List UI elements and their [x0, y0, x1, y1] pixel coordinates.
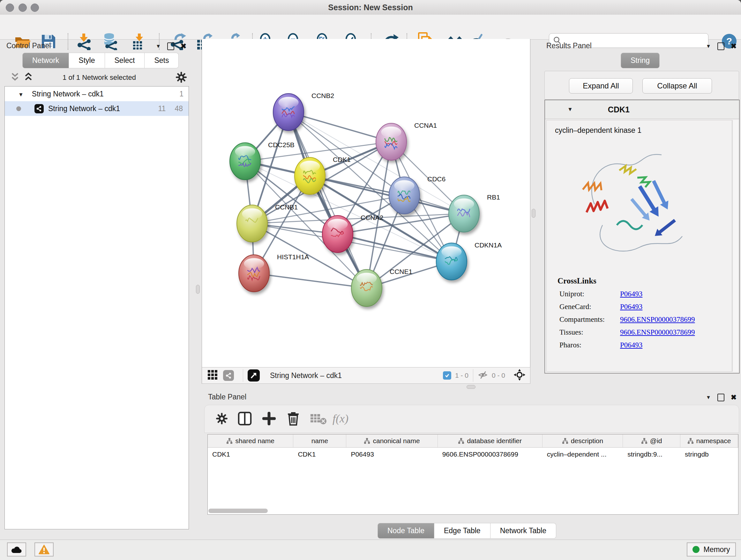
- create-column-plus-icon[interactable]: [261, 410, 277, 427]
- network-row-selected[interactable]: String Network – cdk1 11 48: [5, 101, 189, 116]
- panel-close-icon[interactable]: [181, 42, 186, 51]
- column-namespace-icon: [458, 438, 464, 444]
- warning-status-button[interactable]: [35, 543, 54, 557]
- panel-float-icon[interactable]: [167, 43, 174, 50]
- table-options-gear-icon[interactable]: [213, 410, 230, 427]
- gene-header-row[interactable]: CDK1: [545, 100, 739, 119]
- node-gloss: [394, 180, 414, 191]
- tab-select[interactable]: Select: [105, 53, 145, 68]
- table-cell[interactable]: CDK1: [293, 448, 346, 461]
- table-toolbar: f(x): [204, 405, 739, 433]
- crosslink-tissues-[interactable]: 9606.ENSP00000378699: [620, 328, 695, 336]
- gene-collapse-icon[interactable]: [567, 106, 573, 113]
- table-cell[interactable]: stringdb: [680, 448, 738, 461]
- network-node-ccnb2[interactable]: [273, 94, 304, 131]
- collapse-all-button[interactable]: Collapse All: [643, 78, 712, 94]
- results-panel-title: Results Panel: [546, 42, 592, 50]
- network-node-cdkn1a[interactable]: [436, 243, 467, 280]
- network-node-ccnb1[interactable]: [237, 205, 267, 242]
- column-header-label: description: [571, 437, 603, 445]
- network-edge[interactable]: [254, 273, 367, 288]
- crosslink-pharos-[interactable]: P06493: [620, 341, 643, 349]
- node-gloss: [327, 219, 347, 230]
- network-edge-count: 48: [175, 105, 183, 113]
- tab-string[interactable]: String: [621, 53, 660, 68]
- function-builder-icon[interactable]: f(x): [332, 410, 349, 427]
- network-edge[interactable]: [288, 112, 367, 288]
- network-node-rb1[interactable]: [449, 195, 479, 232]
- network-node-ccna1[interactable]: [376, 123, 407, 160]
- left-splitter-handle[interactable]: [196, 285, 200, 294]
- view-mode-share-icon[interactable]: [223, 370, 234, 381]
- panel-close-icon[interactable]: [731, 42, 737, 51]
- tab-network-table[interactable]: Network Table: [490, 523, 556, 539]
- table-cell[interactable]: 9606.ENSP00000378699: [438, 448, 542, 461]
- tab-network[interactable]: Network: [22, 53, 69, 68]
- node-label-cdc25b: CDC25B: [268, 141, 294, 148]
- panel-float-icon[interactable]: [718, 394, 724, 401]
- crosslink-genecard-[interactable]: P06493: [620, 303, 643, 311]
- hidden-eye-slash-icon[interactable]: [478, 370, 488, 381]
- grid-mode-icon[interactable]: [207, 369, 218, 381]
- crosslink-label: Tissues:: [559, 328, 620, 336]
- network-node-hist1h1a[interactable]: [239, 255, 269, 292]
- right-splitter-handle[interactable]: [532, 209, 536, 218]
- birds-eye-view-icon[interactable]: [248, 369, 260, 381]
- node-label-ccna2: CCNA2: [360, 214, 383, 221]
- pan-crosshair-icon[interactable]: [514, 369, 526, 382]
- current-network-title: String Network – cdk1: [270, 371, 342, 380]
- results-panel: Results Panel String Expand All Collapse…: [542, 39, 741, 386]
- delete-column-trash-icon[interactable]: [285, 410, 301, 427]
- column-header-label: shared name: [235, 437, 274, 445]
- network-collection-row[interactable]: String Network – cdk1 1: [5, 86, 189, 101]
- panel-menu-icon[interactable]: [706, 44, 711, 49]
- selected-checkbox-icon[interactable]: [443, 371, 451, 380]
- network-node-cdc25b[interactable]: [230, 143, 260, 180]
- crosslink-row: GeneCard:P06493: [559, 303, 732, 311]
- table-cell[interactable]: P06493: [346, 448, 437, 461]
- selected-node-edge-counts: 1 - 0: [455, 372, 468, 379]
- column-header-canonical-name[interactable]: canonical name: [346, 435, 437, 447]
- table-cell[interactable]: CDK1: [208, 448, 293, 461]
- collection-expand-icon[interactable]: [18, 90, 23, 98]
- table-cell[interactable]: cyclin–dependent ...: [542, 448, 623, 461]
- tab-style[interactable]: Style: [69, 53, 105, 68]
- table-row[interactable]: CDK1CDK1P064939606.ENSP00000378699cyclin…: [208, 448, 738, 461]
- network-node-ccna2[interactable]: [322, 215, 353, 253]
- network-node-cdk1[interactable]: [294, 158, 325, 194]
- cloud-icon: [11, 545, 22, 554]
- node-label-cdk1: CDK1: [333, 156, 351, 163]
- delete-table-icon[interactable]: [310, 410, 327, 427]
- panel-menu-icon[interactable]: [156, 44, 161, 49]
- show-columns-icon[interactable]: [237, 410, 253, 427]
- table-horizontal-scrollbar[interactable]: [208, 509, 268, 513]
- column-header--id[interactable]: @id: [623, 435, 680, 447]
- tab-node-table[interactable]: Node Table: [378, 523, 434, 539]
- column-header-namespace[interactable]: namespace: [680, 435, 738, 447]
- column-header-shared-name[interactable]: shared name: [208, 435, 293, 447]
- crosslink-compartments-[interactable]: 9606.ENSP00000378699: [620, 315, 695, 324]
- network-edge[interactable]: [288, 112, 391, 142]
- tab-sets[interactable]: Sets: [145, 53, 179, 68]
- results-scrollbar[interactable]: [732, 120, 738, 372]
- cloud-status-button[interactable]: [7, 543, 26, 557]
- crosslink-row: Pharos:P06493: [559, 341, 732, 349]
- panel-menu-icon[interactable]: [706, 395, 711, 400]
- column-header-description[interactable]: description: [542, 435, 623, 447]
- control-panel: Control Panel NetworkStyleSelectSets 1 o…: [0, 39, 199, 540]
- network-node-cdc6[interactable]: [389, 177, 420, 214]
- expand-all-button[interactable]: Expand All: [569, 78, 633, 94]
- node-table[interactable]: shared namenamecanonical namedatabase id…: [207, 434, 738, 515]
- tab-edge-table[interactable]: Edge Table: [434, 523, 490, 539]
- network-options-gear-icon[interactable]: [175, 71, 188, 85]
- memory-label: Memory: [703, 545, 730, 554]
- network-view-canvas[interactable]: CCNB2CCNA1CDC25BCDK1CDC6RB1CCNB1CCNA2CDK…: [202, 39, 530, 367]
- memory-button[interactable]: Memory: [687, 543, 736, 557]
- crosslink-uniprot-[interactable]: P06493: [620, 290, 643, 298]
- column-header-database-identifier[interactable]: database identifier: [438, 435, 542, 447]
- panel-float-icon[interactable]: [718, 43, 724, 50]
- panel-close-icon[interactable]: [731, 393, 737, 401]
- table-cell[interactable]: stringdb:9...: [623, 448, 680, 461]
- network-node-ccne1[interactable]: [351, 269, 382, 307]
- column-header-name[interactable]: name: [293, 435, 346, 447]
